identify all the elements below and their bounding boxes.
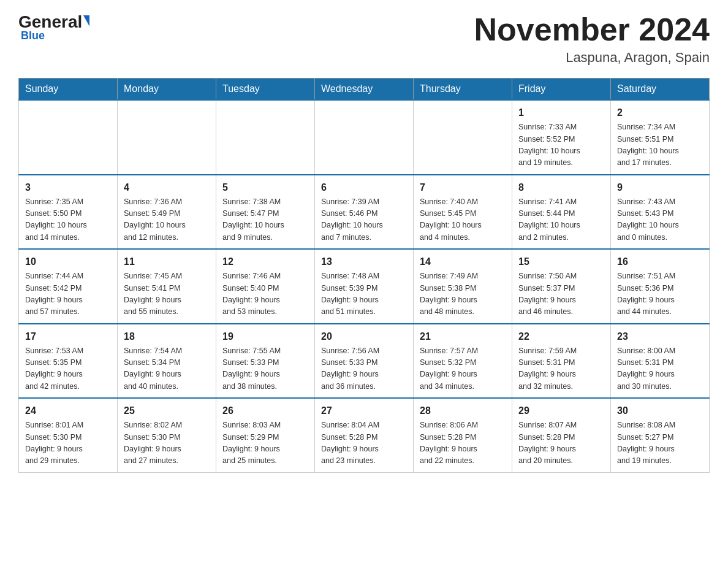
day-number: 16 [617, 255, 703, 269]
weekday-header-row: SundayMondayTuesdayWednesdayThursdayFrid… [19, 79, 710, 101]
day-number: 15 [518, 255, 604, 269]
day-info: Sunrise: 7:53 AMSunset: 5:35 PMDaylight:… [25, 345, 111, 393]
day-info: Sunrise: 7:45 AMSunset: 5:41 PMDaylight:… [124, 270, 210, 318]
day-number: 6 [321, 180, 407, 195]
title-area: November 2024 Laspuna, Aragon, Spain [474, 12, 710, 66]
table-row: 21Sunrise: 7:57 AMSunset: 5:32 PMDayligh… [414, 324, 512, 399]
day-number: 23 [617, 329, 703, 344]
day-info: Sunrise: 7:36 AMSunset: 5:49 PMDaylight:… [124, 196, 210, 244]
day-number: 18 [124, 329, 210, 344]
day-info: Sunrise: 7:49 AMSunset: 5:38 PMDaylight:… [420, 270, 506, 318]
header: General Blue November 2024 Laspuna, Arag… [18, 12, 710, 66]
day-number: 28 [420, 404, 506, 418]
day-number: 27 [321, 404, 407, 418]
day-info: Sunrise: 8:07 AMSunset: 5:28 PMDaylight:… [518, 419, 604, 467]
weekday-header-thursday: Thursday [414, 79, 512, 101]
day-number: 14 [420, 255, 506, 269]
table-row [315, 100, 414, 175]
day-number: 4 [124, 180, 210, 195]
day-info: Sunrise: 7:55 AMSunset: 5:33 PMDaylight:… [222, 345, 308, 393]
day-info: Sunrise: 7:40 AMSunset: 5:45 PMDaylight:… [420, 196, 506, 244]
table-row: 12Sunrise: 7:46 AMSunset: 5:40 PMDayligh… [216, 249, 315, 324]
table-row: 8Sunrise: 7:41 AMSunset: 5:44 PMDaylight… [512, 175, 611, 250]
table-row: 30Sunrise: 8:08 AMSunset: 5:27 PMDayligh… [611, 398, 710, 472]
week-row-2: 3Sunrise: 7:35 AMSunset: 5:50 PMDaylight… [19, 175, 710, 250]
day-number: 9 [617, 180, 703, 195]
day-number: 13 [321, 255, 407, 269]
day-number: 2 [617, 105, 703, 120]
day-number: 5 [222, 180, 308, 195]
table-row: 25Sunrise: 8:02 AMSunset: 5:30 PMDayligh… [118, 398, 216, 472]
day-info: Sunrise: 7:50 AMSunset: 5:37 PMDaylight:… [518, 270, 604, 318]
calendar-table: SundayMondayTuesdayWednesdayThursdayFrid… [18, 78, 710, 473]
day-info: Sunrise: 7:51 AMSunset: 5:36 PMDaylight:… [617, 270, 703, 318]
day-number: 29 [518, 404, 604, 418]
day-number: 26 [222, 404, 308, 418]
day-info: Sunrise: 7:35 AMSunset: 5:50 PMDaylight:… [25, 196, 111, 244]
week-row-4: 17Sunrise: 7:53 AMSunset: 5:35 PMDayligh… [19, 324, 710, 399]
table-row: 11Sunrise: 7:45 AMSunset: 5:41 PMDayligh… [118, 249, 216, 324]
table-row: 28Sunrise: 8:06 AMSunset: 5:28 PMDayligh… [414, 398, 512, 472]
table-row: 19Sunrise: 7:55 AMSunset: 5:33 PMDayligh… [216, 324, 315, 399]
day-number: 30 [617, 404, 703, 418]
table-row: 15Sunrise: 7:50 AMSunset: 5:37 PMDayligh… [512, 249, 611, 324]
day-info: Sunrise: 8:03 AMSunset: 5:29 PMDaylight:… [222, 419, 308, 467]
day-info: Sunrise: 7:38 AMSunset: 5:47 PMDaylight:… [222, 196, 308, 244]
table-row: 16Sunrise: 7:51 AMSunset: 5:36 PMDayligh… [611, 249, 710, 324]
day-info: Sunrise: 8:02 AMSunset: 5:30 PMDaylight:… [124, 419, 210, 467]
table-row: 10Sunrise: 7:44 AMSunset: 5:42 PMDayligh… [19, 249, 118, 324]
day-info: Sunrise: 7:39 AMSunset: 5:46 PMDaylight:… [321, 196, 407, 244]
logo-blue: Blue [21, 29, 89, 42]
day-info: Sunrise: 8:06 AMSunset: 5:28 PMDaylight:… [420, 419, 506, 467]
table-row: 6Sunrise: 7:39 AMSunset: 5:46 PMDaylight… [315, 175, 414, 250]
day-number: 7 [420, 180, 506, 195]
week-row-1: 1Sunrise: 7:33 AMSunset: 5:52 PMDaylight… [19, 100, 710, 175]
weekday-header-saturday: Saturday [611, 79, 710, 101]
day-info: Sunrise: 7:43 AMSunset: 5:43 PMDaylight:… [617, 196, 703, 244]
month-title: November 2024 [474, 12, 710, 47]
weekday-header-sunday: Sunday [19, 79, 118, 101]
day-info: Sunrise: 7:56 AMSunset: 5:33 PMDaylight:… [321, 345, 407, 393]
weekday-header-tuesday: Tuesday [216, 79, 315, 101]
table-row: 26Sunrise: 8:03 AMSunset: 5:29 PMDayligh… [216, 398, 315, 472]
location-title: Laspuna, Aragon, Spain [474, 50, 710, 66]
table-row: 20Sunrise: 7:56 AMSunset: 5:33 PMDayligh… [315, 324, 414, 399]
table-row: 5Sunrise: 7:38 AMSunset: 5:47 PMDaylight… [216, 175, 315, 250]
table-row: 4Sunrise: 7:36 AMSunset: 5:49 PMDaylight… [118, 175, 216, 250]
table-row: 13Sunrise: 7:48 AMSunset: 5:39 PMDayligh… [315, 249, 414, 324]
day-info: Sunrise: 7:41 AMSunset: 5:44 PMDaylight:… [518, 196, 604, 244]
weekday-header-wednesday: Wednesday [315, 79, 414, 101]
table-row: 24Sunrise: 8:01 AMSunset: 5:30 PMDayligh… [19, 398, 118, 472]
table-row: 27Sunrise: 8:04 AMSunset: 5:28 PMDayligh… [315, 398, 414, 472]
weekday-header-monday: Monday [118, 79, 216, 101]
table-row: 22Sunrise: 7:59 AMSunset: 5:31 PMDayligh… [512, 324, 611, 399]
day-number: 3 [25, 180, 111, 195]
table-row [118, 100, 216, 175]
day-info: Sunrise: 7:33 AMSunset: 5:52 PMDaylight:… [518, 121, 604, 169]
day-info: Sunrise: 7:46 AMSunset: 5:40 PMDaylight:… [222, 270, 308, 318]
day-number: 20 [321, 329, 407, 344]
day-info: Sunrise: 7:57 AMSunset: 5:32 PMDaylight:… [420, 345, 506, 393]
day-info: Sunrise: 8:08 AMSunset: 5:27 PMDaylight:… [617, 419, 703, 467]
day-number: 12 [222, 255, 308, 269]
day-number: 11 [124, 255, 210, 269]
day-info: Sunrise: 7:48 AMSunset: 5:39 PMDaylight:… [321, 270, 407, 318]
table-row: 1Sunrise: 7:33 AMSunset: 5:52 PMDaylight… [512, 100, 611, 175]
day-info: Sunrise: 8:00 AMSunset: 5:31 PMDaylight:… [617, 345, 703, 393]
table-row [216, 100, 315, 175]
day-info: Sunrise: 7:44 AMSunset: 5:42 PMDaylight:… [25, 270, 111, 318]
table-row: 9Sunrise: 7:43 AMSunset: 5:43 PMDaylight… [611, 175, 710, 250]
day-number: 22 [518, 329, 604, 344]
table-row: 23Sunrise: 8:00 AMSunset: 5:31 PMDayligh… [611, 324, 710, 399]
table-row [414, 100, 512, 175]
table-row: 3Sunrise: 7:35 AMSunset: 5:50 PMDaylight… [19, 175, 118, 250]
day-number: 17 [25, 329, 111, 344]
day-info: Sunrise: 8:01 AMSunset: 5:30 PMDaylight:… [25, 419, 111, 467]
table-row: 7Sunrise: 7:40 AMSunset: 5:45 PMDaylight… [414, 175, 512, 250]
day-number: 19 [222, 329, 308, 344]
week-row-3: 10Sunrise: 7:44 AMSunset: 5:42 PMDayligh… [19, 249, 710, 324]
logo-triangle-icon [83, 15, 89, 26]
day-info: Sunrise: 7:54 AMSunset: 5:34 PMDaylight:… [124, 345, 210, 393]
table-row: 14Sunrise: 7:49 AMSunset: 5:38 PMDayligh… [414, 249, 512, 324]
weekday-header-friday: Friday [512, 79, 611, 101]
